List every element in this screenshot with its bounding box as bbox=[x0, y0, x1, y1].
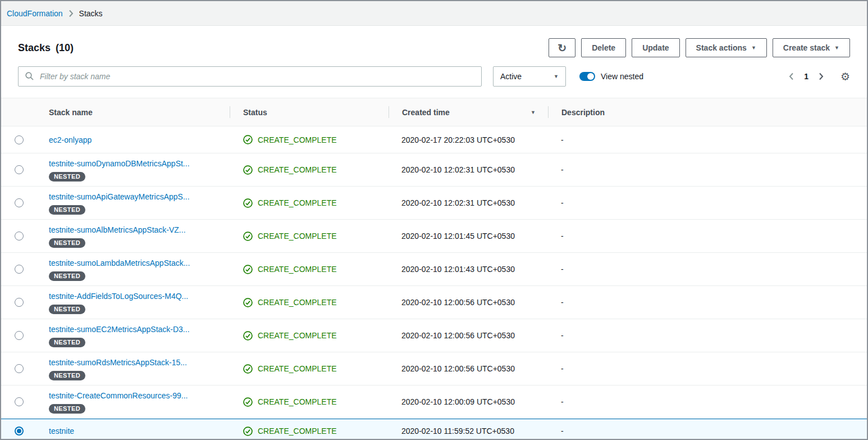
stack-name-link[interactable]: testnite-sumoEC2MetricsAppStack-D3... bbox=[49, 324, 190, 335]
check-circle-icon bbox=[243, 232, 253, 241]
table-row[interactable]: testnite CREATE_COMPLETE 2020-02-10 11:5… bbox=[1, 419, 867, 440]
stack-name-link[interactable]: testnite-AddFieldsToLogSources-M4Q... bbox=[49, 291, 188, 302]
column-header-description[interactable]: Description bbox=[548, 98, 867, 126]
next-page-button[interactable] bbox=[819, 72, 824, 80]
column-header-description-label: Description bbox=[561, 108, 605, 117]
row-radio-button[interactable] bbox=[15, 165, 24, 174]
stack-name-cell: testnite-AddFieldsToLogSources-M4Q... NE… bbox=[37, 286, 230, 319]
stack-name-link[interactable]: testnite-sumoDynamoDBMetricsAppSt... bbox=[49, 158, 190, 169]
previous-page-button[interactable] bbox=[789, 72, 794, 80]
stack-name-cell: testnite-sumoDynamoDBMetricsAppSt... NES… bbox=[37, 153, 230, 186]
stack-name-link[interactable]: testnite-CreateCommonResources-99... bbox=[49, 390, 188, 401]
status-cell: CREATE_COMPLETE bbox=[230, 253, 389, 285]
search-input[interactable] bbox=[18, 66, 482, 87]
check-circle-icon bbox=[243, 397, 253, 407]
table-row[interactable]: testnite-AddFieldsToLogSources-M4Q... NE… bbox=[1, 286, 867, 319]
nested-badge: NESTED bbox=[49, 172, 85, 182]
stack-name-cell: testnite-sumoLambdaMetricsAppStack... NE… bbox=[37, 253, 230, 285]
update-button[interactable]: Update bbox=[632, 38, 679, 57]
status-cell: CREATE_COMPLETE bbox=[230, 352, 389, 385]
table-row[interactable]: testnite-sumoLambdaMetricsAppStack... NE… bbox=[1, 253, 867, 286]
refresh-icon: ↻ bbox=[558, 43, 567, 53]
status-text: CREATE_COMPLETE bbox=[258, 135, 337, 144]
row-select-cell bbox=[1, 153, 37, 186]
status-text: CREATE_COMPLETE bbox=[258, 298, 337, 307]
stack-name-link[interactable]: testnite-sumoRdsMetricsAppStack-15... bbox=[49, 357, 187, 368]
sort-descending-icon[interactable]: ▼ bbox=[531, 110, 548, 115]
created-time-cell: 2020-02-17 20:22:03 UTC+0530 bbox=[389, 126, 548, 153]
table-row[interactable]: testnite-sumoRdsMetricsAppStack-15... NE… bbox=[1, 352, 867, 385]
header-select-cell bbox=[1, 98, 37, 126]
refresh-button[interactable]: ↻ bbox=[549, 38, 575, 57]
row-radio-button[interactable] bbox=[15, 135, 24, 144]
stacks-table: Stack name Status Created time ▼ Descrip… bbox=[1, 98, 867, 440]
row-radio-button[interactable] bbox=[15, 198, 24, 207]
breadcrumb-cloudformation-link[interactable]: CloudFormation bbox=[7, 9, 63, 18]
status-text: CREATE_COMPLETE bbox=[258, 427, 337, 436]
status-text: CREATE_COMPLETE bbox=[258, 198, 337, 207]
check-circle-icon bbox=[243, 265, 253, 274]
status-text: CREATE_COMPLETE bbox=[258, 331, 337, 340]
row-radio-button[interactable] bbox=[15, 232, 24, 241]
column-header-stack-name[interactable]: Stack name bbox=[37, 98, 230, 126]
stack-name-cell: testnite-CreateCommonResources-99... NES… bbox=[37, 385, 230, 418]
view-nested-toggle[interactable] bbox=[579, 72, 595, 81]
stack-actions-button-label: Stack actions bbox=[696, 43, 747, 52]
stack-actions-button[interactable]: Stack actions ▼ bbox=[686, 38, 767, 57]
row-radio-button[interactable] bbox=[15, 298, 24, 307]
status-cell: CREATE_COMPLETE bbox=[230, 187, 389, 219]
breadcrumb: CloudFormation Stacks bbox=[1, 1, 867, 26]
table-row[interactable]: testnite-sumoAlbMetricsAppStack-VZ... NE… bbox=[1, 220, 867, 253]
stack-name-link[interactable]: testnite-sumoAlbMetricsAppStack-VZ... bbox=[49, 224, 186, 235]
description-cell: - bbox=[548, 187, 867, 219]
row-radio-button[interactable] bbox=[15, 331, 24, 340]
table-row[interactable]: testnite-sumoApiGatewayMetricsAppS... NE… bbox=[1, 187, 867, 220]
column-header-status[interactable]: Status bbox=[230, 98, 389, 126]
cloudformation-stacks-page: CloudFormation Stacks Stacks (10) ↻ Dele… bbox=[0, 0, 868, 440]
header-actions: ↻ Delete Update Stack actions ▼ Create s… bbox=[549, 38, 850, 57]
created-time-cell: 2020-02-10 12:02:31 UTC+0530 bbox=[389, 187, 548, 219]
settings-gear-icon[interactable]: ⚙ bbox=[840, 71, 850, 82]
row-select-cell bbox=[1, 126, 37, 153]
create-stack-button-label: Create stack bbox=[783, 43, 830, 52]
created-time-cell: 2020-02-10 12:01:45 UTC+0530 bbox=[389, 220, 548, 252]
stack-name-link[interactable]: ec2-onlyapp bbox=[49, 134, 92, 146]
filter-toolbar: Active ▼ View nested 1 ⚙ bbox=[1, 57, 867, 98]
row-select-cell bbox=[1, 385, 37, 418]
description-cell: - bbox=[548, 153, 867, 186]
table-row[interactable]: testnite-sumoEC2MetricsAppStack-D3... NE… bbox=[1, 319, 867, 352]
status-filter-value: Active bbox=[500, 72, 522, 81]
row-radio-button[interactable] bbox=[15, 364, 24, 373]
create-stack-button[interactable]: Create stack ▼ bbox=[773, 38, 850, 57]
check-circle-icon bbox=[243, 364, 253, 374]
page-title: Stacks (10) bbox=[18, 42, 74, 54]
table-row[interactable]: ec2-onlyapp CREATE_COMPLETE 2020-02-17 2… bbox=[1, 126, 867, 153]
created-time-cell: 2020-02-10 12:00:56 UTC+0530 bbox=[389, 319, 548, 352]
check-circle-icon bbox=[243, 165, 253, 175]
check-circle-icon bbox=[243, 331, 253, 341]
row-radio-button[interactable] bbox=[15, 427, 24, 436]
radio-dot bbox=[17, 429, 21, 433]
row-select-cell bbox=[1, 319, 37, 352]
row-radio-button[interactable] bbox=[15, 397, 24, 406]
row-select-cell bbox=[1, 220, 37, 252]
stack-name-link[interactable]: testnite bbox=[49, 425, 74, 437]
stack-name-link[interactable]: testnite-sumoApiGatewayMetricsAppS... bbox=[49, 191, 190, 202]
check-circle-icon bbox=[243, 298, 253, 307]
row-radio-button[interactable] bbox=[15, 265, 24, 274]
status-filter-dropdown[interactable]: Active ▼ bbox=[493, 66, 566, 87]
status-cell: CREATE_COMPLETE bbox=[230, 153, 389, 186]
column-header-created-time[interactable]: Created time ▼ bbox=[389, 98, 548, 126]
caret-down-icon: ▼ bbox=[834, 46, 839, 51]
page-number[interactable]: 1 bbox=[804, 72, 808, 81]
view-nested-group: View nested bbox=[579, 72, 643, 81]
delete-button-label: Delete bbox=[592, 43, 615, 52]
row-select-cell bbox=[1, 419, 37, 440]
stack-name-link[interactable]: testnite-sumoLambdaMetricsAppStack... bbox=[49, 257, 190, 269]
column-header-stack-name-label: Stack name bbox=[49, 108, 93, 117]
status-cell: CREATE_COMPLETE bbox=[230, 220, 389, 252]
table-row[interactable]: testnite-CreateCommonResources-99... NES… bbox=[1, 385, 867, 419]
description-cell: - bbox=[548, 253, 867, 285]
table-row[interactable]: testnite-sumoDynamoDBMetricsAppSt... NES… bbox=[1, 153, 867, 187]
delete-button[interactable]: Delete bbox=[581, 38, 626, 57]
